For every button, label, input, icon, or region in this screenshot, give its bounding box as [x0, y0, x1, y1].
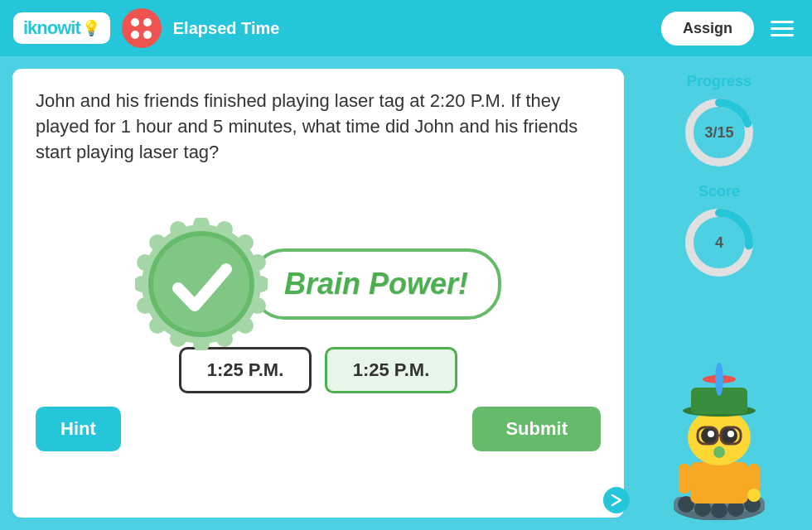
svg-point-18 [153, 236, 249, 332]
answer-option-1[interactable]: 1:25 P.M. [179, 347, 312, 393]
checkmark-badge-svg [135, 218, 268, 350]
timer-dot [131, 18, 139, 26]
brain-power-box: Brain Power! [251, 248, 501, 320]
hint-button[interactable]: Hint [36, 407, 121, 451]
score-value: 4 [715, 234, 723, 252]
timer-dot [131, 31, 139, 39]
header-title: Elapsed Time [173, 19, 280, 38]
mascot-area [653, 300, 785, 520]
svg-point-43 [747, 489, 761, 502]
timer-dot [143, 18, 152, 26]
svg-point-33 [715, 363, 723, 396]
menu-bar [771, 21, 794, 23]
app-wrapper: iknowit 💡 Elapsed Time Assign John and h… [0, 0, 812, 530]
logo-area: iknowit 💡 [13, 12, 110, 44]
svg-point-23 [711, 502, 727, 518]
score-section: Score 4 [682, 183, 756, 280]
svg-rect-26 [690, 462, 748, 504]
answer-options: 1:25 P.M. 1:25 P.M. [36, 347, 601, 393]
question-text: John and his friends finished playing la… [36, 89, 601, 165]
timer-dots [131, 18, 152, 39]
answer-option-2[interactable]: 1:25 P.M. [325, 347, 457, 393]
menu-bar [771, 34, 794, 36]
score-ring-container: 4 [682, 205, 756, 280]
progress-label: Progress [687, 73, 752, 90]
logo-bulb-icon: 💡 [82, 19, 100, 37]
menu-icon[interactable] [766, 16, 799, 41]
score-label: Score [698, 183, 740, 200]
menu-bar [771, 27, 794, 30]
main-content: John and his friends finished playing la… [0, 56, 812, 530]
right-panel: Progress 3/15 Score 4 [636, 66, 802, 520]
svg-point-37 [727, 431, 734, 437]
nav-arrow[interactable] [603, 487, 630, 513]
brain-power-text: Brain Power! [284, 267, 468, 301]
svg-rect-44 [679, 464, 690, 494]
mascot-svg [653, 354, 785, 520]
question-panel: John and his friends finished playing la… [10, 66, 626, 520]
svg-point-36 [708, 431, 714, 437]
logo-text: iknowit [23, 17, 80, 39]
progress-section: Progress 3/15 [682, 73, 756, 170]
progress-value: 3/15 [704, 124, 733, 142]
progress-ring-container: 3/15 [682, 95, 756, 170]
header: iknowit 💡 Elapsed Time Assign [0, 0, 812, 56]
brain-power-overlay: Brain Power! [12, 218, 624, 350]
bottom-buttons: Hint Submit [36, 407, 601, 451]
assign-button[interactable]: Assign [661, 12, 754, 46]
svg-point-41 [713, 446, 725, 458]
arrow-right-icon [609, 493, 624, 508]
timer-dot [143, 31, 152, 39]
timer-icon [122, 8, 162, 48]
submit-button[interactable]: Submit [472, 407, 601, 451]
